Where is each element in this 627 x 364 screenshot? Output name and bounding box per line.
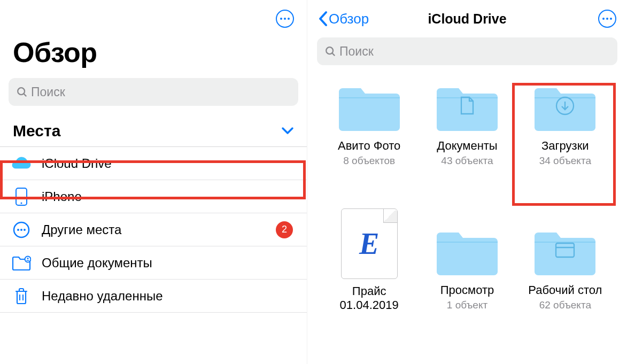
folder-icon <box>336 80 402 134</box>
browse-pane: Обзор Поиск Места iCloud Drive iPhone Др… <box>0 0 307 364</box>
list-item-label: Другие места <box>42 222 276 237</box>
folder-grid: Авито Фото 8 объектов Документы 43 объек… <box>307 80 627 312</box>
search-icon <box>16 86 28 98</box>
search-input-right[interactable]: Поиск <box>317 37 617 65</box>
folder-documents[interactable]: Документы 43 объекта <box>424 80 509 167</box>
sidebar-item-shared-documents[interactable]: Общие документы <box>0 246 307 280</box>
icloud-icon <box>12 154 31 173</box>
page-title: Обзор <box>0 34 307 78</box>
right-header: Обзор iCloud Drive <box>307 0 627 34</box>
item-sub: 8 объектов <box>343 155 395 167</box>
search-input[interactable]: Поиск <box>9 78 298 106</box>
chevron-down-icon <box>281 127 294 135</box>
locations-list: iCloud Drive iPhone Другие места 2 Общие… <box>0 146 307 313</box>
badge: 2 <box>276 221 293 238</box>
more-button[interactable] <box>276 10 294 28</box>
list-item-label: iPhone <box>42 189 297 204</box>
folder-icon <box>434 80 500 134</box>
list-item-label: Недавно удаленные <box>42 289 297 304</box>
svg-point-6 <box>20 229 22 231</box>
search-icon <box>324 45 336 57</box>
more-circle-icon <box>12 220 31 239</box>
file-letter: E <box>359 227 379 261</box>
sidebar-item-iphone[interactable]: iPhone <box>0 180 307 213</box>
sidebar-item-icloud-drive[interactable]: iCloud Drive <box>0 147 307 180</box>
iphone-icon <box>12 187 31 206</box>
sidebar-item-other-locations[interactable]: Другие места 2 <box>0 213 307 246</box>
svg-line-13 <box>332 53 335 56</box>
list-item-label: iCloud Drive <box>42 156 297 171</box>
svg-point-12 <box>326 47 333 54</box>
svg-point-0 <box>18 88 25 95</box>
file-icon: E <box>341 208 398 279</box>
item-name: Авито Фото <box>338 139 400 153</box>
document-icon <box>460 96 475 115</box>
trash-icon <box>12 286 31 306</box>
chevron-left-icon <box>318 11 328 27</box>
svg-point-3 <box>21 202 22 204</box>
file-corner <box>383 209 397 223</box>
item-name: Загрузки <box>541 139 589 153</box>
more-icon <box>280 18 290 20</box>
list-item-label: Общие документы <box>42 255 297 270</box>
item-sub: 34 объекта <box>539 155 591 167</box>
back-button[interactable]: Обзор <box>318 11 369 27</box>
download-icon <box>555 96 575 116</box>
folder-icon <box>434 224 500 278</box>
folder-pane: Обзор iCloud Drive Поиск Авито Фото 8 об… <box>307 0 627 364</box>
folder-icon <box>532 80 598 134</box>
shared-folder-icon <box>12 253 31 273</box>
more-button-right[interactable] <box>598 10 616 28</box>
item-name: Прайс 01.04.2019 <box>332 284 407 312</box>
folder-downloads[interactable]: Загрузки 34 объекта <box>523 80 608 167</box>
search-placeholder: Поиск <box>339 44 374 59</box>
search-placeholder: Поиск <box>31 85 65 99</box>
folder-avito-photo[interactable]: Авито Фото 8 объектов <box>327 80 412 167</box>
svg-point-5 <box>17 229 19 231</box>
sidebar-item-recently-deleted[interactable]: Недавно удаленные <box>0 280 307 313</box>
window-icon <box>555 242 575 258</box>
section-header-locations[interactable]: Места <box>0 122 307 146</box>
item-sub: 62 объекта <box>539 299 591 311</box>
svg-line-1 <box>24 94 27 97</box>
svg-rect-16 <box>556 243 574 257</box>
back-label: Обзор <box>329 11 369 27</box>
svg-point-9 <box>27 258 29 259</box>
more-icon <box>602 18 612 20</box>
section-title: Места <box>13 122 60 140</box>
item-name: Рабочий стол <box>528 283 602 297</box>
left-header <box>0 0 307 34</box>
folder-preview[interactable]: Просмотр 1 объект <box>424 224 509 312</box>
file-price[interactable]: E Прайс 01.04.2019 <box>327 208 412 312</box>
item-name: Документы <box>437 139 497 153</box>
item-sub: 1 объект <box>447 299 487 311</box>
folder-icon <box>532 224 598 278</box>
folder-desktop[interactable]: Рабочий стол 62 объекта <box>523 224 608 312</box>
svg-point-7 <box>24 229 26 231</box>
item-sub: 43 объекта <box>441 155 493 167</box>
item-name: Просмотр <box>440 283 494 297</box>
